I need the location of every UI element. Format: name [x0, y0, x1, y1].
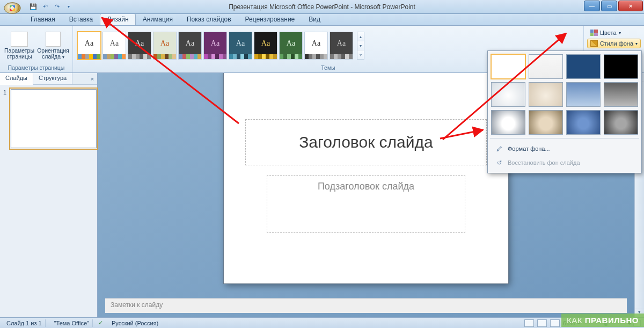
- themes-scroll[interactable]: ▴ ▾ ▿: [357, 32, 364, 60]
- bg-style-4[interactable]: [491, 82, 525, 107]
- bg-style-10[interactable]: [566, 110, 601, 135]
- view-sorter-button[interactable]: [537, 319, 547, 327]
- view-show-button[interactable]: [550, 319, 560, 327]
- qat-more-icon[interactable]: ▾: [64, 3, 73, 11]
- themes-gallery: AaAaAaAaAaAaAaAaAaAaAa: [76, 30, 354, 62]
- bg-style-1[interactable]: [529, 54, 563, 79]
- page-setup-button[interactable]: Параметры страницы: [3, 30, 35, 61]
- bg-style-5[interactable]: [529, 82, 563, 107]
- theme-4[interactable]: Aa: [178, 32, 202, 60]
- subtitle-placeholder[interactable]: Подзаголовок слайда: [267, 175, 465, 233]
- tab-slides[interactable]: Слайды: [0, 73, 33, 85]
- status-theme: "Тема Office": [51, 319, 93, 327]
- tab-рецензирование[interactable]: Рецензирование: [238, 13, 302, 25]
- theme-6[interactable]: Aa: [229, 32, 252, 60]
- reset-bg-icon: ↺: [495, 158, 503, 167]
- scroll-down-icon[interactable]: ▾: [357, 41, 364, 50]
- theme-9[interactable]: Aa: [304, 32, 328, 60]
- close-button[interactable]: ✕: [618, 1, 643, 11]
- background-styles-panel: 🖉 Формат фона... ↺ Восстановить фон слай…: [487, 50, 642, 173]
- office-button[interactable]: [4, 2, 20, 13]
- theme-5[interactable]: Aa: [203, 32, 227, 60]
- theme-3[interactable]: Aa: [153, 32, 177, 60]
- orientation-button[interactable]: Ориентация слайда: [37, 30, 69, 62]
- group-page-setup: Параметры страницы Ориентация слайда Пар…: [0, 26, 73, 72]
- view-normal-button[interactable]: [524, 319, 534, 327]
- title-bar: 💾 ↶ ↷ ▾ Презентация Microsoft Office Pow…: [0, 0, 644, 14]
- notes-pane[interactable]: Заметки к слайду: [105, 298, 627, 313]
- theme-8[interactable]: Aa: [279, 32, 303, 60]
- bg-style-7[interactable]: [604, 82, 638, 107]
- watermark: КАК ПРАВИЛЬНО: [561, 314, 644, 327]
- window-title: Презентация Microsoft Office PowerPoint …: [0, 0, 644, 14]
- reset-background-item: ↺ Восстановить фон слайда: [491, 156, 638, 170]
- maximize-button[interactable]: ▭: [601, 1, 617, 11]
- status-slide-index: Слайд 1 из 1: [3, 319, 46, 327]
- background-styles-button[interactable]: Стили фона▾: [587, 39, 641, 48]
- slide-thumbnails: 1: [0, 85, 97, 152]
- theme-0[interactable]: Aa: [77, 32, 101, 60]
- slide[interactable]: Заголовок слайда Подзаголовок слайда: [224, 73, 508, 283]
- bg-style-2[interactable]: [566, 54, 601, 79]
- bg-style-9[interactable]: [529, 110, 563, 135]
- undo-icon[interactable]: ↶: [41, 3, 49, 11]
- palette-icon: [590, 30, 598, 36]
- tab-вставка[interactable]: Вставка: [62, 13, 100, 25]
- bg-style-11[interactable]: [604, 110, 638, 135]
- title-placeholder[interactable]: Заголовок слайда: [245, 119, 487, 165]
- tab-главная[interactable]: Главная: [24, 13, 62, 25]
- theme-7[interactable]: Aa: [254, 32, 277, 60]
- scroll-up-icon[interactable]: ▴: [357, 32, 364, 41]
- quick-access-toolbar: 💾 ↶ ↷ ▾: [25, 0, 77, 13]
- bucket-icon: [590, 40, 598, 47]
- bg-style-3[interactable]: [604, 54, 638, 79]
- tab-вид[interactable]: Вид: [302, 13, 327, 25]
- slide-number: 1: [3, 89, 6, 96]
- tab-анимация[interactable]: Анимация: [136, 13, 180, 25]
- status-bar: Слайд 1 из 1 "Тема Office" ✓ Русский (Ро…: [0, 317, 644, 328]
- bg-style-0[interactable]: [491, 54, 525, 79]
- window-controls: — ▭ ✕: [583, 1, 643, 11]
- bg-style-8[interactable]: [491, 110, 525, 135]
- slide-thumbnail-1[interactable]: [11, 89, 97, 148]
- tab-дизайн[interactable]: Дизайн: [100, 13, 135, 25]
- ribbon-tabs: ГлавнаяВставкаДизайнАнимацияПоказ слайдо…: [0, 14, 644, 26]
- spellcheck-icon[interactable]: ✓: [98, 319, 103, 326]
- format-background-item[interactable]: 🖉 Формат фона...: [491, 142, 638, 156]
- theme-2[interactable]: Aa: [128, 32, 151, 60]
- redo-icon[interactable]: ↷: [53, 3, 61, 11]
- theme-1[interactable]: Aa: [103, 32, 126, 60]
- panel-close-icon[interactable]: ×: [87, 73, 97, 84]
- tab-показ слайдов[interactable]: Показ слайдов: [180, 13, 238, 25]
- minimize-button[interactable]: —: [584, 1, 600, 11]
- colors-button[interactable]: Цвета▾: [587, 28, 641, 38]
- theme-10[interactable]: Aa: [330, 32, 353, 60]
- tab-outline[interactable]: Структура: [33, 73, 72, 84]
- save-icon[interactable]: 💾: [29, 3, 38, 11]
- slide-panel-tabs: Слайды Структура ×: [0, 73, 97, 85]
- gallery-expand-icon[interactable]: ▿: [357, 50, 364, 59]
- format-bg-icon: 🖉: [495, 144, 503, 153]
- status-language[interactable]: Русский (Россия): [108, 319, 162, 327]
- ribbon: Параметры страницы Ориентация слайда Пар…: [0, 26, 644, 73]
- background-styles-grid: [491, 54, 638, 135]
- slide-panel: Слайды Структура × 1: [0, 73, 98, 317]
- bg-style-6[interactable]: [566, 82, 601, 107]
